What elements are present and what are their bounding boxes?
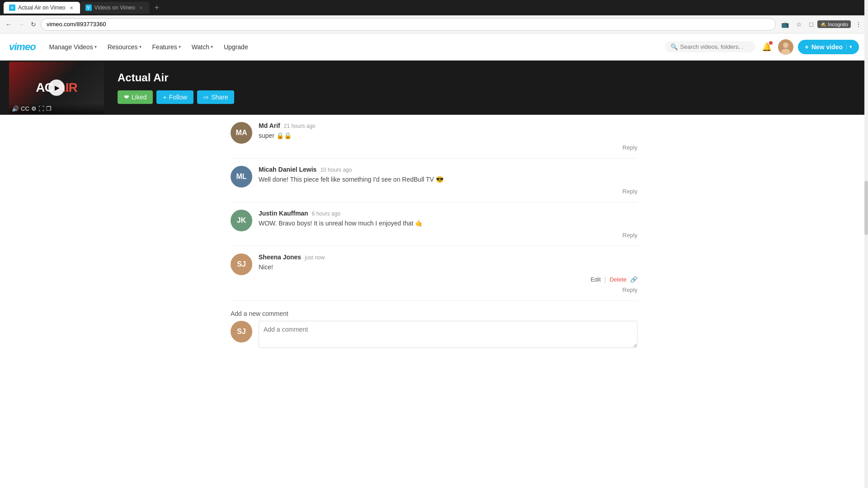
cc-icon[interactable]: CC (21, 105, 29, 112)
nav-watch-chevron: ▾ (211, 44, 213, 49)
comment-avatar-3: JK (231, 210, 252, 231)
tab-title-2: Videos on Vimeo (94, 5, 135, 11)
user-avatar[interactable] (778, 39, 793, 55)
avatar-image (778, 39, 793, 55)
address-bar-row: ← → ↻ 📺 ☆ □ 🕵 Incognito ⋮ (0, 15, 868, 33)
comment-reply-row-3: Reply (259, 232, 637, 239)
incognito-badge: 🕵 Incognito (817, 20, 851, 28)
fullscreen-icon[interactable]: ❐ (46, 105, 52, 112)
nav-resources-chevron: ▾ (139, 44, 142, 49)
comment-reply-row-2: Reply (259, 188, 637, 195)
new-comment-textarea[interactable] (259, 321, 637, 348)
reply-button-3[interactable]: Reply (623, 232, 637, 239)
comment-content-4: Sheena Jones just now Nice! Edit | Delet… (259, 253, 637, 293)
tab-close-2[interactable]: ✕ (138, 5, 144, 11)
comment-content-2: Micah Daniel Lewis 10 hours ago Well don… (259, 166, 637, 195)
edit-button-4[interactable]: Edit (590, 276, 600, 283)
tab-favicon-1: V (9, 5, 15, 11)
comment-author-3[interactable]: Justin Kauffman (259, 210, 308, 217)
browser-action-buttons: 📺 ☆ □ 🕵 Incognito ⋮ (778, 19, 864, 30)
nav-watch[interactable]: Watch ▾ (187, 41, 217, 53)
video-title: Actual Air (118, 71, 234, 84)
comment-item: JK Justin Kauffman 6 hours ago WOW. Brav… (231, 202, 637, 246)
scrollbar-thumb[interactable] (864, 181, 868, 235)
scrollbar[interactable] (864, 0, 868, 366)
comments-section: MA Md Arif 21 hours ago super 🔒🔒 Reply M… (212, 115, 656, 366)
new-tab-button[interactable]: + (151, 2, 162, 13)
liked-label: Liked (132, 94, 146, 101)
comment-actions-4: Edit | Delete 🔗 (259, 276, 637, 283)
comment-content-1: Md Arif 21 hours ago super 🔒🔒 Reply (259, 122, 637, 151)
video-thumbnail[interactable]: AC AIR ▶ 🔊 CC ⚙ ⛶ ❐ (9, 62, 104, 114)
play-button[interactable]: ▶ (48, 80, 65, 96)
comment-time-4: just now (305, 254, 325, 261)
comment-avatar-2: ML (231, 166, 252, 188)
browser-tab-bar: V Actual Air on Vimeo ✕ V Videos on Vime… (0, 0, 868, 15)
pip-icon[interactable]: ⛶ (38, 105, 44, 112)
nav-features[interactable]: Features ▾ (148, 41, 185, 53)
comment-text-4: Nice! (259, 263, 637, 272)
forward-button[interactable]: → (16, 19, 26, 30)
comment-header-4: Sheena Jones just now (259, 253, 637, 261)
comment-item: ML Micah Daniel Lewis 10 hours ago Well … (231, 159, 637, 202)
reply-button-1[interactable]: Reply (623, 144, 637, 151)
delete-button-4[interactable]: Delete (609, 276, 627, 283)
incognito-label: Incognito (828, 22, 848, 27)
reply-button-4[interactable]: Reply (623, 286, 637, 293)
liked-button[interactable]: ❤ Liked (118, 90, 153, 104)
cast-button[interactable]: 📺 (778, 19, 792, 30)
comment-header-2: Micah Daniel Lewis 10 hours ago (259, 166, 637, 173)
vimeo-logo[interactable]: vimeo (9, 41, 36, 53)
nav-upgrade[interactable]: Upgrade (219, 41, 253, 53)
nav-manage-videos-chevron: ▾ (94, 44, 97, 49)
comment-header-3: Justin Kauffman 6 hours ago (259, 210, 637, 217)
tab-title-1: Actual Air on Vimeo (18, 5, 66, 11)
settings-icon[interactable]: ⚙ (31, 105, 37, 112)
nav-features-label: Features (152, 43, 177, 51)
profile-button[interactable]: □ (807, 19, 816, 30)
comment-text-2: Well done! This piece felt like somethin… (259, 175, 637, 184)
comment-reply-row-4: Reply (259, 286, 637, 293)
browser-tab-2[interactable]: V Videos on Vimeo ✕ (80, 2, 150, 14)
comment-avatar-1: MA (231, 122, 252, 144)
address-input[interactable] (41, 18, 776, 31)
reload-button[interactable]: ↻ (29, 19, 38, 30)
comment-author-4[interactable]: Sheena Jones (259, 253, 301, 261)
video-info: Actual Air ❤ Liked + Follow ⇨ Share (113, 71, 234, 104)
share-button[interactable]: ⇨ Share (197, 90, 234, 104)
comment-avatar-4: SJ (231, 253, 252, 275)
action-separator: | (604, 276, 606, 283)
comment-time-2: 10 hours ago (320, 167, 352, 173)
new-comment-row: SJ (231, 321, 637, 348)
follow-plus-icon: + (163, 94, 166, 101)
comment-time-3: 6 hours ago (312, 211, 340, 217)
nav-right: 🔍 🔔 + New video ▾ (665, 39, 859, 55)
browser-tab-active[interactable]: V Actual Air on Vimeo ✕ (4, 2, 80, 14)
liked-heart-icon: ❤ (124, 94, 129, 101)
comment-author-2[interactable]: Micah Daniel Lewis (259, 166, 316, 173)
comment-author-1[interactable]: Md Arif (259, 122, 280, 129)
new-video-label: New video (811, 43, 843, 51)
video-actions: ❤ Liked + Follow ⇨ Share (118, 90, 234, 104)
tab-close-1[interactable]: ✕ (68, 5, 75, 11)
notification-button[interactable]: 🔔 (760, 40, 774, 54)
new-video-button[interactable]: + New video ▾ (798, 40, 859, 54)
share-label: Share (211, 94, 228, 101)
bookmark-button[interactable]: ☆ (793, 19, 805, 30)
notification-dot (769, 41, 773, 45)
back-button[interactable]: ← (4, 19, 14, 30)
follow-button[interactable]: + Follow (156, 90, 193, 104)
tab-favicon-2: V (85, 5, 92, 11)
search-input[interactable] (680, 43, 744, 50)
share-icon: ⇨ (203, 94, 209, 101)
nav-resources[interactable]: Resources ▾ (103, 41, 146, 53)
nav-manage-videos[interactable]: Manage Videos ▾ (45, 41, 101, 53)
nav-upgrade-label: Upgrade (224, 43, 248, 51)
comment-header-1: Md Arif 21 hours ago (259, 122, 637, 129)
video-header: AC AIR ▶ 🔊 CC ⚙ ⛶ ❐ Actual Air ❤ Liked +… (0, 61, 868, 115)
volume-icon[interactable]: 🔊 (12, 105, 19, 112)
reply-button-2[interactable]: Reply (623, 188, 637, 195)
menu-button[interactable]: ⋮ (853, 19, 864, 30)
link-button-4[interactable]: 🔗 (630, 276, 637, 283)
search-bar[interactable]: 🔍 (665, 41, 755, 52)
